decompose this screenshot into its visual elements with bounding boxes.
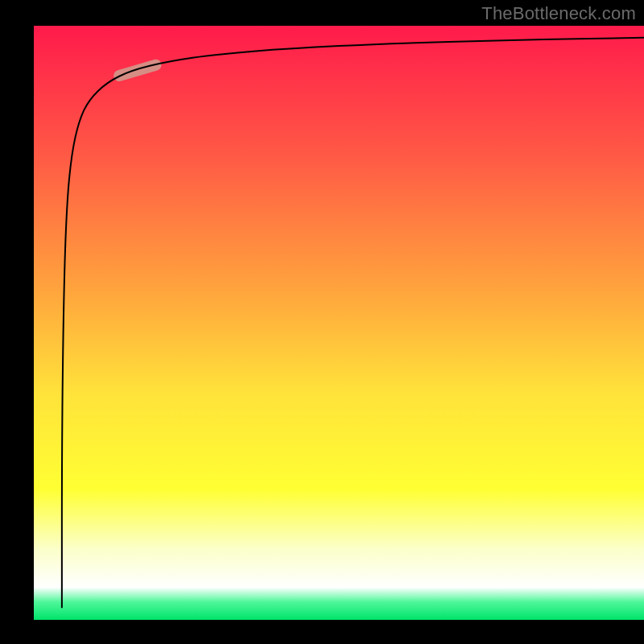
chart-svg <box>0 0 644 644</box>
outer-fill-left <box>0 0 34 644</box>
outer-fill-bottom <box>0 620 644 644</box>
plot-background <box>34 26 644 620</box>
chart-frame: TheBottleneck.com <box>0 0 644 644</box>
attribution-text: TheBottleneck.com <box>481 3 636 24</box>
